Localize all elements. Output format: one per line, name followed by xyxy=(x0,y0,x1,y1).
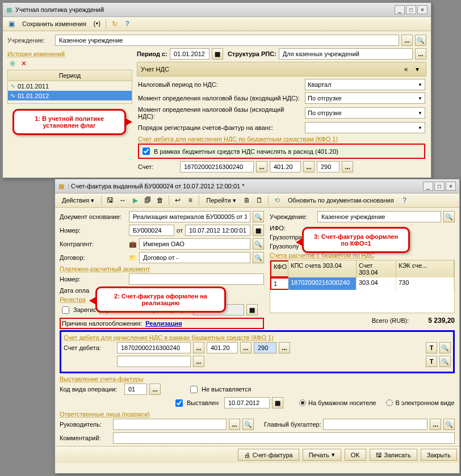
issued-checkbox[interactable] xyxy=(175,399,183,407)
issue-header: Выставление счета-фактуры xyxy=(60,376,455,382)
contract-field[interactable] xyxy=(139,252,250,263)
contract-search[interactable]: 🔍 xyxy=(253,252,264,263)
debit-acc1[interactable] xyxy=(117,342,191,353)
vat-acc2-picker[interactable]: ... xyxy=(303,161,315,172)
date-field[interactable] xyxy=(185,225,250,236)
period-calendar[interactable]: ▦ xyxy=(212,48,223,60)
toolbar-icon[interactable]: 🗒 xyxy=(254,195,265,205)
period-field[interactable] xyxy=(170,48,209,60)
vat-out-dropdown[interactable]: По отгрузке▼ xyxy=(305,107,425,119)
rps-picker[interactable]: ... xyxy=(415,48,426,60)
table-row[interactable]: 1 18702000216300240 303.04 730 xyxy=(270,277,454,290)
nav-prev-icon[interactable]: ⟨•⟩ xyxy=(92,19,102,29)
paper-radio[interactable] xyxy=(299,399,306,406)
help-icon[interactable]: ? xyxy=(122,19,132,29)
save-icon[interactable]: ▣ xyxy=(6,19,16,29)
accountant-picker[interactable]: ... xyxy=(430,419,441,430)
debit-t2[interactable]: T xyxy=(426,356,437,367)
institution-search[interactable]: 🔍 xyxy=(415,35,426,46)
not-issued-checkbox[interactable] xyxy=(190,386,198,393)
vat-acc1-picker[interactable]: ... xyxy=(256,161,267,172)
goto-menu[interactable]: Перейти ▾ xyxy=(203,196,240,205)
close-button[interactable]: × xyxy=(446,182,456,191)
history-row[interactable]: ∿01.01.2012 xyxy=(8,91,132,100)
reg-date-calendar[interactable]: ▦ xyxy=(246,304,258,315)
vat-acc3-picker[interactable]: ... xyxy=(342,161,353,172)
debit-acc1-picker[interactable]: ... xyxy=(193,342,204,353)
op-code-field[interactable] xyxy=(124,384,147,395)
help-icon[interactable]: ? xyxy=(400,195,410,205)
refresh-button[interactable]: Обновить по документам-основания xyxy=(284,196,397,205)
toolbar-icon[interactable]: 🖫 xyxy=(105,195,115,205)
budget-accounts-table[interactable]: КФО КПС счета 303.04 Счет 303.04 КЭК сче… xyxy=(270,260,455,313)
accountant-field[interactable] xyxy=(323,419,428,430)
toolbar-icon[interactable]: ▶ xyxy=(130,195,140,205)
manager-field[interactable] xyxy=(113,419,227,430)
vat-acc3-field[interactable] xyxy=(317,161,340,172)
toolbar-icon[interactable]: 🗑 xyxy=(155,195,165,205)
comment-field[interactable] xyxy=(113,432,455,444)
vat-acc2-field[interactable] xyxy=(270,161,301,172)
electronic-radio[interactable] xyxy=(386,399,393,406)
debit-search2[interactable]: 🔍 xyxy=(439,356,451,367)
maximize-button[interactable]: □ xyxy=(434,182,445,191)
delete-row-icon[interactable]: ✕ xyxy=(19,58,29,69)
toolbar-icon[interactable]: ↩ xyxy=(173,195,183,205)
toolbar-icon[interactable]: 🗎 xyxy=(242,195,252,205)
debit-search[interactable]: 🔍 xyxy=(439,342,451,353)
manager-picker[interactable]: ... xyxy=(229,419,240,430)
inst2-search[interactable]: 🔍 xyxy=(443,211,455,222)
vat-acc1-field[interactable] xyxy=(180,161,254,172)
reason-link[interactable]: Реализация xyxy=(145,320,182,327)
save-changes-button[interactable]: Сохранить изменения xyxy=(19,19,90,28)
history-grid[interactable]: Период ∿01.01.2011 ∿01.01.2012 xyxy=(7,70,132,104)
actions-menu[interactable]: Действия ▾ xyxy=(58,196,98,205)
ok-button[interactable]: OK xyxy=(345,449,366,461)
date-calendar[interactable]: ▦ xyxy=(253,225,264,236)
history-row[interactable]: ∿01.01.2011 xyxy=(8,81,132,91)
debit-t1[interactable]: T xyxy=(426,342,437,353)
accountant-search[interactable]: 🔍 xyxy=(443,419,455,430)
doc-basis-field[interactable] xyxy=(129,211,250,222)
debit-acc2[interactable] xyxy=(207,342,238,353)
rps-field[interactable] xyxy=(279,48,413,60)
close-button-bottom[interactable]: Закрыть xyxy=(421,449,457,461)
toolbar-icon[interactable]: ≡ xyxy=(185,195,195,205)
institution-field[interactable] xyxy=(55,35,399,46)
op-code-picker[interactable]: ... xyxy=(149,384,161,395)
toolbar-icon[interactable]: ↔ xyxy=(118,195,128,205)
minimize-button[interactable]: _ xyxy=(423,182,433,191)
manager-search[interactable]: 🔍 xyxy=(242,419,254,430)
maximize-button[interactable]: □ xyxy=(406,5,416,14)
close-button[interactable]: × xyxy=(417,5,428,14)
debit-extra1[interactable] xyxy=(117,356,191,367)
toolbar-icon[interactable]: 🗐 xyxy=(143,195,153,205)
refresh-icon[interactable]: ⟲ xyxy=(272,195,282,205)
vat-advance-dropdown[interactable]: ▼ xyxy=(305,122,425,133)
register-checkbox[interactable] xyxy=(62,306,69,314)
group-expand-icon[interactable]: ▾ xyxy=(412,64,422,74)
refresh-icon[interactable]: ↻ xyxy=(110,19,120,29)
inst2-field[interactable] xyxy=(317,211,441,222)
add-row-icon[interactable]: ⊕ xyxy=(7,58,18,69)
debit-acc2-picker[interactable]: ... xyxy=(240,342,252,353)
counterparty-search[interactable]: 🔍 xyxy=(253,238,264,250)
institution-picker[interactable]: ... xyxy=(401,35,413,46)
vat-expense-checkbox[interactable] xyxy=(143,148,150,155)
issue-date-calendar[interactable]: ▦ xyxy=(272,397,283,408)
counterparty-field[interactable] xyxy=(139,238,250,250)
debit-acc3-picker[interactable]: ... xyxy=(279,342,290,353)
vat-period-dropdown[interactable]: Квартал▼ xyxy=(305,79,425,90)
minimize-button[interactable]: _ xyxy=(395,5,405,14)
doc-basis-search[interactable]: 🔍 xyxy=(253,211,264,222)
extra-picker[interactable]: ... xyxy=(193,356,204,367)
group-prev-icon[interactable]: « xyxy=(401,64,411,74)
debit-acc3[interactable] xyxy=(254,342,276,353)
invoice-button[interactable]: 🖨Счет-фактура xyxy=(238,449,299,461)
save-button[interactable]: 🖫Записать xyxy=(370,449,417,461)
print-button[interactable]: Печать ▾ xyxy=(303,449,341,461)
number-field[interactable] xyxy=(129,225,174,236)
vat-in-dropdown[interactable]: По отгрузке▼ xyxy=(305,92,425,104)
pay-num-field[interactable] xyxy=(129,273,264,285)
issue-date-field[interactable] xyxy=(224,397,270,408)
